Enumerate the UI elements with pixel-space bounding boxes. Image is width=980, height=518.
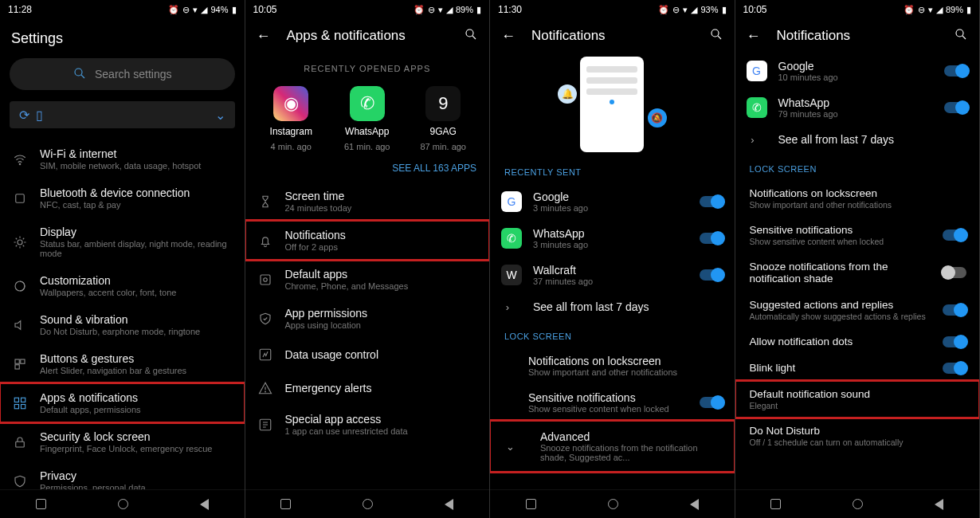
apps-icon bbox=[11, 394, 29, 412]
toggle[interactable] bbox=[943, 336, 966, 347]
nav-back[interactable] bbox=[690, 499, 699, 510]
svg-rect-3 bbox=[16, 194, 25, 202]
notif-toggle[interactable] bbox=[700, 196, 723, 207]
svg-line-23 bbox=[717, 36, 720, 39]
see-all-apps[interactable]: SEE ALL 163 APPS bbox=[245, 163, 490, 182]
item-data[interactable]: Data usage control bbox=[245, 338, 490, 371]
notif-option[interactable]: Suggested actions and repliesAutomatical… bbox=[735, 292, 980, 328]
bell-on-icon: 🔔 bbox=[558, 84, 577, 104]
svg-point-4 bbox=[18, 240, 22, 245]
recent-app[interactable]: 9 9GAG87 min. ago bbox=[411, 86, 475, 151]
settings-item-wifi[interactable]: Wi-Fi & internetSIM, mobile network, dat… bbox=[0, 139, 245, 179]
app-icon: ✆ bbox=[501, 228, 522, 249]
status-right: ⏰ ⊖ ▾ ◢ 94% ▮ bbox=[168, 5, 236, 15]
item-def[interactable]: Default appsChrome, Phone, and Messages bbox=[245, 260, 490, 299]
item-alert[interactable]: Emergency alerts bbox=[245, 371, 490, 405]
chevron-right-icon: › bbox=[501, 301, 522, 313]
settings-item-lock[interactable]: Security & lock screenFingerprint, Face … bbox=[0, 422, 245, 461]
notif-app-row[interactable]: ✆ WhatsApp79 minutes ago bbox=[735, 89, 980, 126]
see-all-7days[interactable]: › See all from last 7 days bbox=[490, 293, 735, 320]
battery-pct: 89% bbox=[456, 5, 473, 14]
wifi-icon: ▾ bbox=[438, 5, 443, 15]
settings-item-btn[interactable]: Buttons & gesturesAlert Slider, navigati… bbox=[0, 344, 245, 383]
recent-app[interactable]: ◉ Instagram4 min. ago bbox=[259, 86, 323, 151]
item-spec[interactable]: Special app access1 app can use unrestri… bbox=[245, 405, 490, 444]
status-right: ⏰ ⊖ ▾ ◢ 93% ▮ bbox=[658, 5, 726, 15]
toggle[interactable] bbox=[943, 267, 966, 278]
toggle[interactable] bbox=[943, 363, 966, 374]
notif-option[interactable]: Do Not DisturbOff / 1 schedule can turn … bbox=[735, 418, 980, 454]
btn-icon bbox=[11, 355, 29, 373]
notif-option[interactable]: Notifications on lockscreenShow importan… bbox=[735, 180, 980, 217]
item-notif[interactable]: NotificationsOff for 2 apps bbox=[245, 221, 490, 260]
app-icon: G bbox=[501, 191, 522, 212]
search-icon[interactable] bbox=[954, 27, 968, 45]
notif-app-row[interactable]: W Wallcraft37 minutes ago bbox=[490, 257, 735, 293]
nav-home[interactable] bbox=[608, 499, 618, 509]
nav-recent[interactable] bbox=[36, 499, 46, 509]
recent-apps: ◉ Instagram4 min. ago✆ WhatsApp61 min. a… bbox=[245, 81, 490, 163]
hour-icon bbox=[257, 193, 274, 210]
notif-app-row[interactable]: ✆ WhatsApp3 minutes ago bbox=[490, 220, 735, 257]
notif-app-row[interactable]: G Google3 minutes ago bbox=[490, 183, 735, 220]
item-hour[interactable]: Screen time24 minutes today bbox=[245, 182, 490, 221]
notif-toggle[interactable] bbox=[700, 269, 723, 281]
settings-item-apps[interactable]: Apps & notificationsDefault apps, permis… bbox=[0, 383, 245, 422]
nav-home[interactable] bbox=[853, 499, 863, 509]
perm-icon bbox=[257, 310, 274, 328]
page-title: Notifications bbox=[777, 28, 939, 44]
nav-back[interactable] bbox=[935, 499, 943, 510]
svg-rect-13 bbox=[16, 441, 25, 447]
notif-toggle[interactable] bbox=[944, 65, 968, 77]
nav-home[interactable] bbox=[363, 499, 373, 509]
settings-item-disp[interactable]: DisplayStatus bar, ambient display, nigh… bbox=[0, 218, 245, 266]
nav-recent[interactable] bbox=[526, 499, 536, 509]
recently-sent-header: RECENTLY SENT bbox=[490, 156, 735, 183]
back-icon[interactable]: ← bbox=[747, 28, 761, 45]
toggle[interactable] bbox=[700, 397, 723, 408]
app-icon: W bbox=[501, 265, 522, 285]
nav-recent[interactable] bbox=[280, 499, 291, 509]
ringer-mode[interactable]: ⟳ ▯ ⌄ bbox=[10, 101, 235, 128]
notif-app-row[interactable]: G Google10 minutes ago bbox=[735, 53, 980, 89]
notif-option[interactable]: Snooze notifications from the notificati… bbox=[735, 253, 980, 292]
nav-recent[interactable] bbox=[770, 499, 781, 509]
notif-option[interactable]: Sensitive notificationsShow sensitive co… bbox=[735, 217, 980, 253]
svg-rect-7 bbox=[21, 359, 25, 363]
notif-option[interactable]: Allow notification dots bbox=[735, 328, 980, 355]
item-perm[interactable]: App permissionsApps using location bbox=[245, 299, 490, 338]
search-icon[interactable] bbox=[464, 27, 478, 45]
notif-toggle[interactable] bbox=[944, 102, 968, 113]
settings-item-sound[interactable]: Sound & vibrationDo Not Disturb, earphon… bbox=[0, 305, 245, 344]
titlebar: ← Notifications bbox=[490, 19, 735, 53]
notif-option[interactable]: Default notification soundElegant bbox=[735, 381, 980, 418]
notif-toggle[interactable] bbox=[700, 233, 723, 244]
settings-item-cust[interactable]: CustomizationWallpapers, accent color, f… bbox=[0, 266, 245, 305]
nav-bar bbox=[0, 489, 245, 518]
back-icon[interactable]: ← bbox=[501, 28, 515, 45]
toggle[interactable] bbox=[943, 304, 966, 316]
toggle[interactable] bbox=[943, 230, 966, 241]
dnd-icon: ⊖ bbox=[918, 5, 925, 15]
search-settings[interactable]: Search settings bbox=[10, 58, 235, 90]
signal-icon: ◢ bbox=[446, 5, 453, 15]
svg-line-1 bbox=[81, 74, 84, 77]
recent-app[interactable]: ✆ WhatsApp61 min. ago bbox=[335, 86, 399, 151]
advanced-row[interactable]: ⌄ Advanced Snooze notifications from the… bbox=[490, 421, 735, 472]
nav-back[interactable] bbox=[445, 499, 453, 510]
see-all-7days[interactable]: › See all from last 7 days bbox=[735, 126, 980, 153]
lock-option[interactable]: Sensitive notificationsShow sensitive co… bbox=[490, 384, 735, 421]
battery-pct: 94% bbox=[210, 5, 228, 14]
status-bar: 11:28 ⏰ ⊖ ▾ ◢ 94% ▮ bbox=[0, 0, 245, 19]
notif-option[interactable]: Blink light bbox=[735, 355, 980, 381]
cust-icon bbox=[11, 277, 29, 295]
alert-icon bbox=[257, 379, 274, 397]
back-icon[interactable]: ← bbox=[257, 28, 271, 45]
lock-option[interactable]: Notifications on lockscreenShow importan… bbox=[490, 347, 735, 384]
settings-item-bt[interactable]: Bluetooth & device connectionNFC, cast, … bbox=[0, 179, 245, 218]
search-placeholder: Search settings bbox=[95, 68, 172, 80]
nav-home[interactable] bbox=[118, 499, 128, 509]
settings-item-priv[interactable]: PrivacyPermissions, personal data bbox=[0, 461, 245, 489]
search-icon[interactable] bbox=[709, 27, 723, 45]
nav-back[interactable] bbox=[200, 499, 209, 510]
